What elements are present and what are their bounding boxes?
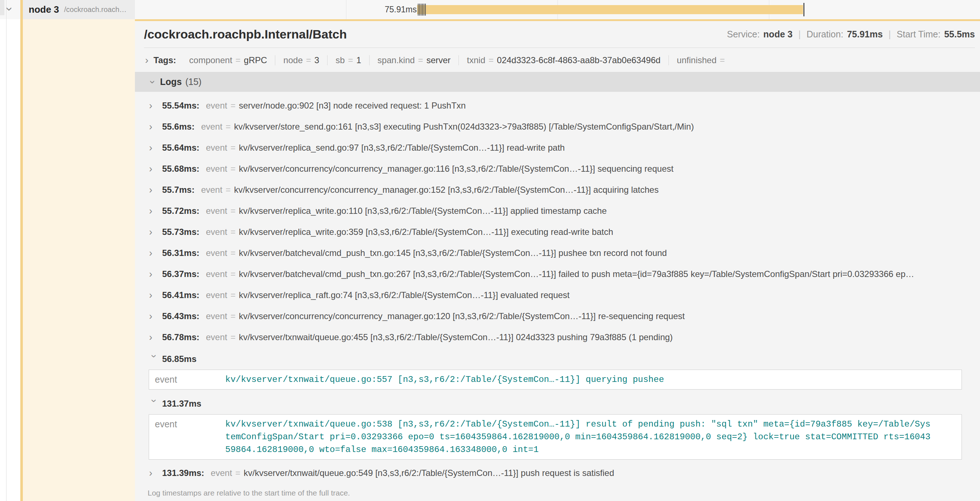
start-time-value: 55.5ms <box>944 29 975 40</box>
log-rows: › 55.54ms: event = server/node.go:902 [n… <box>144 95 975 483</box>
log-field-key: event <box>201 185 222 195</box>
log-message: kv/kvserver/concurrency/concurrency_mana… <box>239 164 673 174</box>
logs-title: Logs <box>160 77 182 87</box>
equals-sign: = <box>230 332 235 342</box>
log-message: kv/kvserver/replica_send.go:97 [n3,s3,r6… <box>239 143 565 153</box>
tag: component=gRPC <box>181 55 275 65</box>
equals-sign: = <box>230 269 235 279</box>
span-title: /cockroach.roachpb.Internal/Batch <box>144 27 347 41</box>
log-timestamp: 56.85ms <box>162 354 197 364</box>
log-timestamp: 55.73ms: <box>162 227 199 237</box>
log-message: kv/kvserver/txnwait/queue.go:549 [n3,s3,… <box>244 468 614 478</box>
log-row[interactable]: › 56.37ms: event = kv/kvserver/batcheval… <box>144 263 975 285</box>
tag: span.kind=server <box>369 55 458 65</box>
log-tick-marker <box>422 4 423 16</box>
log-row[interactable]: › 131.39ms: event = kv/kvserver/txnwait/… <box>144 463 975 483</box>
log-field-key: event <box>149 373 225 386</box>
equals-sign: = <box>230 101 235 111</box>
log-row[interactable]: › 55.6ms: event = kv/kvserver/store_send… <box>144 116 975 137</box>
meta-divider: | <box>889 29 891 40</box>
chevron-right-icon: › <box>149 248 159 258</box>
log-detail-card: event kv/kvserver/txnwait/queue.go:557 [… <box>149 370 962 389</box>
equals-sign: = <box>306 55 311 65</box>
log-row-expanded[interactable]: › 56.85ms <box>144 351 975 367</box>
tag-value: 3 <box>315 55 319 65</box>
tag: node=3 <box>275 55 327 65</box>
chevron-right-icon[interactable]: › <box>145 55 148 65</box>
chevron-right-icon: › <box>149 311 159 321</box>
equals-sign: = <box>720 55 725 65</box>
log-tick-marker <box>421 4 422 16</box>
chevron-down-icon[interactable]: › <box>4 7 16 11</box>
log-tick-marker <box>419 4 420 16</box>
log-row[interactable]: › 55.7ms: event = kv/kvserver/concurrenc… <box>144 179 975 200</box>
log-message: kv/kvserver/replica_raft.go:74 [n3,s3,r6… <box>239 290 570 300</box>
span-service-name: node 3 <box>29 4 59 15</box>
log-timestamp: 55.72ms: <box>162 206 199 216</box>
span-timeline: 75.91ms <box>135 0 980 19</box>
log-message: server/node.go:902 [n3] node received re… <box>239 101 466 111</box>
log-field-key: event <box>206 143 228 153</box>
log-tick-marker <box>418 4 418 16</box>
duration-label: Duration: <box>807 29 843 40</box>
span-duration-bar[interactable] <box>417 5 803 14</box>
log-timestamp: 56.31ms: <box>162 248 199 258</box>
log-timestamp: 131.37ms <box>162 399 201 409</box>
chevron-right-icon: › <box>149 101 159 111</box>
tag-value: 1 <box>356 55 361 65</box>
log-row[interactable]: › 55.73ms: event = kv/kvserver/replica_w… <box>144 222 975 243</box>
equals-sign: = <box>230 227 235 237</box>
log-message: kv/kvserver/txnwait/queue.go:455 [n3,s3,… <box>239 332 673 342</box>
log-field-key: event <box>206 311 228 321</box>
log-row[interactable]: › 56.43ms: event = kv/kvserver/concurren… <box>144 306 975 327</box>
log-tick-marker <box>425 4 426 16</box>
tags-row[interactable]: › Tags: component=gRPC node=3 sb=1 span.… <box>144 54 975 67</box>
log-field-key: event <box>206 206 228 216</box>
tag-key: unfinished <box>677 55 716 65</box>
log-timestamp: 56.43ms: <box>162 311 199 321</box>
log-timestamp: 56.37ms: <box>162 269 199 279</box>
log-message: kv/kvserver/concurrency/concurrency_mana… <box>234 185 659 195</box>
log-row-expanded[interactable]: › 131.37ms <box>144 396 975 411</box>
log-timestamp: 131.39ms: <box>162 468 204 478</box>
log-field-value: kv/kvserver/txnwait/queue.go:538 [n3,s3,… <box>225 418 932 456</box>
equals-sign: = <box>230 164 235 174</box>
log-field-key: event <box>206 290 228 300</box>
log-message: kv/kvserver/replica_write.go:359 [n3,s3,… <box>239 227 613 237</box>
log-field-key: event <box>206 164 228 174</box>
log-field-key: event <box>206 332 228 342</box>
equals-sign: = <box>418 55 423 65</box>
log-field-value: kv/kvserver/txnwait/queue.go:557 [n3,s3,… <box>225 373 932 386</box>
chevron-right-icon: › <box>149 468 159 478</box>
equals-sign: = <box>235 468 240 478</box>
service-value: node 3 <box>764 29 793 40</box>
log-row[interactable]: › 55.64ms: event = kv/kvserver/replica_s… <box>144 137 975 158</box>
log-row[interactable]: › 55.68ms: event = kv/kvserver/concurren… <box>144 158 975 179</box>
equals-sign: = <box>230 290 235 300</box>
log-field-key: event <box>206 269 228 279</box>
log-row[interactable]: › 56.78ms: event = kv/kvserver/txnwait/q… <box>144 327 975 348</box>
chevron-right-icon: › <box>149 122 159 132</box>
chevron-down-icon[interactable]: › <box>148 80 158 83</box>
log-row[interactable]: › 56.41ms: event = kv/kvserver/replica_r… <box>144 285 975 306</box>
log-row[interactable]: › 55.72ms: event = kv/kvserver/replica_w… <box>144 200 975 222</box>
log-row[interactable]: › 55.54ms: event = server/node.go:902 [n… <box>144 95 975 116</box>
span-operation-name: /cockroach.roach… <box>64 5 127 14</box>
tag-key: sb <box>336 55 345 65</box>
span-row[interactable]: › node 3 /cockroach.roach… 75.91ms <box>0 0 980 19</box>
equals-sign: = <box>226 121 231 132</box>
tag-key: node <box>283 55 302 65</box>
span-name-tab[interactable]: node 3 /cockroach.roach… <box>23 0 135 19</box>
log-message: kv/kvserver/batcheval/cmd_push_txn.go:14… <box>239 248 667 258</box>
chevron-right-icon: › <box>149 143 159 153</box>
chevron-down-icon: › <box>149 354 159 364</box>
log-field-key: event <box>206 101 228 111</box>
log-row[interactable]: › 56.31ms: event = kv/kvserver/batcheval… <box>144 243 975 263</box>
logs-count: (15) <box>185 77 201 87</box>
selected-span-highlight <box>23 19 135 501</box>
log-timestamp: 55.68ms: <box>162 164 199 174</box>
span-detail-header: /cockroach.roachpb.Internal/Batch Servic… <box>144 21 975 48</box>
equals-sign: = <box>226 185 231 195</box>
logs-section-header[interactable]: › Logs (15) <box>135 72 980 92</box>
log-field-key: event <box>206 248 228 258</box>
